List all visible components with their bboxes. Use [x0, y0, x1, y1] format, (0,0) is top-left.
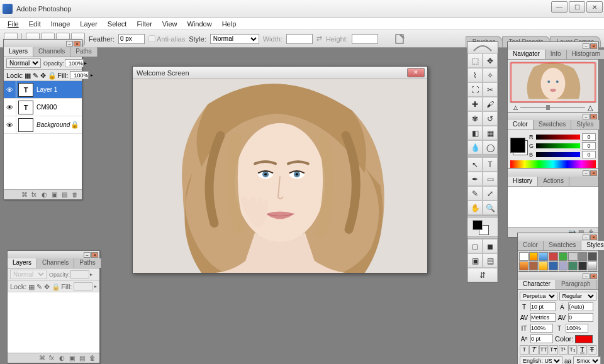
panel-minimize-icon[interactable]: – [583, 170, 590, 176]
style-swatch[interactable] [529, 252, 539, 261]
superscript-button[interactable]: T¹ [559, 345, 568, 355]
panel-minimize-icon[interactable]: – [583, 43, 590, 49]
panel-close-icon[interactable]: × [74, 41, 81, 47]
tab-paths[interactable]: Paths [74, 258, 101, 268]
layer-thumb[interactable] [18, 118, 33, 132]
zoom-in-icon[interactable]: △ [588, 104, 593, 112]
lock-position-icon[interactable]: ✥ [40, 72, 46, 79]
shape-tool[interactable]: ▭ [483, 172, 498, 186]
lasso-tool[interactable]: ⌇ [467, 68, 483, 82]
brush-tool[interactable]: 🖌 [483, 97, 498, 111]
b-input[interactable] [582, 151, 596, 158]
eraser-tool[interactable]: ◧ [467, 126, 483, 140]
new-group-icon[interactable]: ▣ [69, 355, 77, 362]
blend-mode-select[interactable]: Normal [6, 58, 41, 68]
vscale-input[interactable] [530, 324, 553, 333]
language-select[interactable]: English: USA [520, 356, 562, 364]
layer-row[interactable]: 👁 T CM900 [4, 99, 82, 116]
history-brush-tool[interactable]: ↺ [483, 111, 498, 126]
menu-image[interactable]: Image [46, 20, 76, 28]
panel-close-icon[interactable]: × [590, 43, 597, 49]
zoom-tool[interactable]: 🔍 [483, 201, 498, 215]
fg-color[interactable] [510, 138, 525, 153]
tab-histogram[interactable]: Histogram [567, 50, 605, 59]
font-size-input[interactable] [530, 302, 556, 311]
tab-info[interactable]: Info [545, 50, 567, 59]
hand-tool[interactable]: ✋ [467, 201, 483, 215]
style-swatch[interactable] [539, 252, 548, 261]
menu-filter[interactable]: Filter [131, 20, 157, 28]
subscript-button[interactable]: T₁ [568, 345, 577, 355]
standard-mode-icon[interactable]: ◻ [467, 239, 483, 253]
style-swatch[interactable] [559, 262, 568, 270]
tab-styles[interactable]: Styles [581, 241, 604, 250]
style-swatch[interactable] [529, 262, 539, 270]
eye-icon[interactable]: 👁 [6, 121, 13, 129]
new-layer-icon[interactable]: ▤ [62, 191, 69, 199]
tab-layers[interactable]: Layers [4, 47, 33, 57]
bold-button[interactable]: T [520, 345, 528, 355]
tab-paragraph[interactable]: Paragraph [556, 280, 596, 289]
layer-style-icon[interactable]: fx [49, 355, 57, 362]
style-swatch[interactable] [519, 262, 528, 270]
healing-tool[interactable]: ✚ [467, 97, 483, 111]
italic-button[interactable]: T [529, 345, 538, 355]
style-swatch[interactable] [549, 262, 558, 270]
move-tool[interactable]: ✥ [483, 53, 498, 68]
maximize-button[interactable]: ☐ [569, 1, 585, 13]
fill-input[interactable] [70, 71, 89, 79]
layer-mask-icon[interactable]: ◐ [42, 191, 49, 199]
antialias-select[interactable]: Smooth [573, 356, 601, 364]
gradient-tool[interactable]: ▦ [483, 126, 498, 140]
stamp-tool[interactable]: ✾ [467, 111, 483, 126]
tab-history[interactable]: History [508, 177, 538, 186]
g-input[interactable] [582, 142, 596, 150]
tab-paths[interactable]: Paths [70, 47, 98, 57]
opacity-input[interactable] [65, 59, 84, 67]
layer-style-icon[interactable]: fx [31, 191, 39, 199]
tab-color[interactable]: Color [508, 120, 534, 130]
pen-tool[interactable]: ✒ [467, 172, 483, 186]
panel-close-icon[interactable]: × [590, 170, 597, 176]
style-swatch[interactable] [578, 252, 588, 261]
panel-minimize-icon[interactable]: – [583, 273, 590, 279]
eye-icon[interactable]: 👁 [6, 86, 13, 94]
tab-color[interactable]: Color [518, 241, 544, 250]
lock-all-icon[interactable]: 🔒 [48, 72, 55, 79]
delete-layer-icon[interactable]: 🗑 [89, 355, 97, 362]
eye-icon[interactable]: 👁 [6, 104, 13, 111]
panel-close-icon[interactable]: × [590, 273, 597, 279]
menu-select[interactable]: Select [103, 20, 132, 28]
style-swatch[interactable] [559, 252, 568, 261]
smallcaps-button[interactable]: Tᴛ [549, 345, 557, 355]
style-swatch[interactable] [519, 252, 528, 261]
new-group-icon[interactable]: ▣ [52, 191, 59, 199]
r-input[interactable] [582, 133, 596, 141]
link-layers-icon[interactable]: ⌘ [21, 191, 29, 199]
layer-row[interactable]: 👁 Background 🔒 [4, 116, 82, 134]
new-layer-icon[interactable]: ▤ [79, 355, 87, 362]
style-swatch[interactable] [578, 262, 588, 270]
feather-input[interactable] [118, 34, 145, 44]
link-layers-icon[interactable]: ⌘ [39, 355, 47, 362]
style-select[interactable]: Normal [210, 34, 259, 44]
kerning-input[interactable] [530, 313, 556, 322]
b-slider[interactable] [536, 152, 580, 157]
panel-minimize-icon[interactable]: – [583, 114, 590, 119]
tab-layers[interactable]: Layers [8, 258, 37, 268]
underline-button[interactable]: T [578, 345, 586, 355]
lock-transparency-icon[interactable]: ▦ [25, 72, 31, 79]
style-swatch[interactable] [588, 262, 597, 270]
panel-minimize-icon[interactable]: – [583, 234, 590, 240]
type-tool[interactable]: T [483, 157, 498, 172]
tab-swatches[interactable]: Swatches [544, 241, 581, 250]
path-select-tool[interactable]: ↖ [467, 157, 483, 172]
zoom-slider[interactable] [520, 107, 585, 108]
panel-minimize-icon[interactable]: – [66, 41, 73, 47]
style-swatch[interactable] [568, 252, 578, 261]
tab-actions[interactable]: Actions [538, 177, 569, 186]
wand-tool[interactable]: ✧ [483, 68, 498, 82]
layer-row[interactable]: 👁 T Layer 1 [4, 81, 82, 99]
hscale-input[interactable] [566, 324, 588, 333]
leading-input[interactable] [568, 302, 593, 311]
